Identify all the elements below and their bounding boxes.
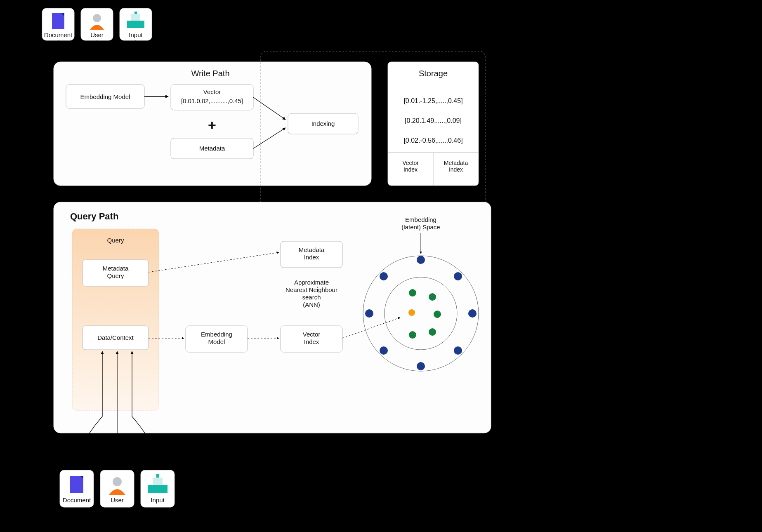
embedding-model-label: Embedding Model bbox=[80, 93, 130, 100]
plus-icon: + bbox=[208, 117, 216, 133]
document-label: Document bbox=[44, 31, 73, 38]
svg-point-26 bbox=[417, 362, 425, 370]
storage-row-2: [0.02.-0.56,.....,0.46] bbox=[403, 137, 462, 144]
data-context-label: Data/Context bbox=[97, 334, 134, 341]
vector-label: Vector bbox=[203, 88, 221, 95]
vector-index-label: VectorIndex bbox=[303, 331, 321, 345]
svg-point-16 bbox=[434, 311, 441, 318]
storage-title: Storage bbox=[419, 69, 448, 78]
storage-row-0: [0.01.-1.25,.....,0.45] bbox=[403, 97, 462, 104]
document-label-bottom: Document bbox=[63, 497, 91, 504]
input-label: Input bbox=[129, 31, 143, 38]
svg-rect-1 bbox=[52, 13, 64, 29]
svg-point-22 bbox=[365, 309, 373, 318]
svg-rect-6 bbox=[127, 21, 144, 28]
embedding-space-label: Embedding(latent) Space bbox=[401, 216, 440, 231]
svg-point-21 bbox=[454, 272, 462, 280]
svg-point-25 bbox=[454, 346, 462, 355]
write-path-title: Write Path bbox=[191, 69, 230, 78]
svg-point-24 bbox=[380, 346, 388, 355]
svg-point-18 bbox=[409, 331, 416, 339]
svg-rect-28 bbox=[70, 476, 83, 493]
document-icon bbox=[52, 13, 64, 29]
svg-rect-8 bbox=[134, 12, 137, 14]
svg-point-19 bbox=[417, 256, 425, 264]
document-icon bbox=[70, 476, 83, 493]
diagram-root: Document User Input Write Path Embedding… bbox=[0, 0, 762, 532]
svg-point-20 bbox=[380, 272, 388, 280]
metadata-label: Metadata bbox=[199, 145, 225, 152]
vector-value: [0.01.0.02,..........,0.45] bbox=[181, 97, 243, 104]
svg-point-31 bbox=[113, 477, 122, 486]
svg-point-15 bbox=[429, 293, 436, 301]
indexing-label: Indexing bbox=[311, 120, 335, 127]
svg-point-23 bbox=[468, 309, 477, 318]
svg-rect-34 bbox=[153, 478, 163, 485]
input-label-bottom: Input bbox=[151, 497, 165, 504]
user-label: User bbox=[90, 31, 104, 38]
svg-point-4 bbox=[93, 14, 101, 22]
query-subpanel bbox=[72, 229, 159, 410]
storage-vector-index: VectorIndex bbox=[402, 160, 419, 173]
input-cards-top: Document User Input bbox=[42, 8, 152, 40]
query-point-icon bbox=[408, 309, 415, 316]
user-label-bottom: User bbox=[111, 497, 124, 504]
input-cards-bottom: Document User Input bbox=[60, 470, 175, 507]
storage-row-1: [0.20.1.49,.....,0.09] bbox=[405, 117, 462, 124]
storage-panel: Storage [0.01.-1.25,.....,0.45] [0.20.1.… bbox=[388, 62, 479, 186]
query-subpanel-title: Query bbox=[107, 237, 124, 244]
svg-rect-33 bbox=[148, 485, 167, 493]
query-path-title: Query Path bbox=[70, 211, 118, 221]
svg-rect-35 bbox=[156, 474, 159, 478]
svg-point-17 bbox=[429, 328, 436, 336]
svg-point-14 bbox=[409, 289, 416, 297]
svg-rect-7 bbox=[131, 14, 140, 21]
